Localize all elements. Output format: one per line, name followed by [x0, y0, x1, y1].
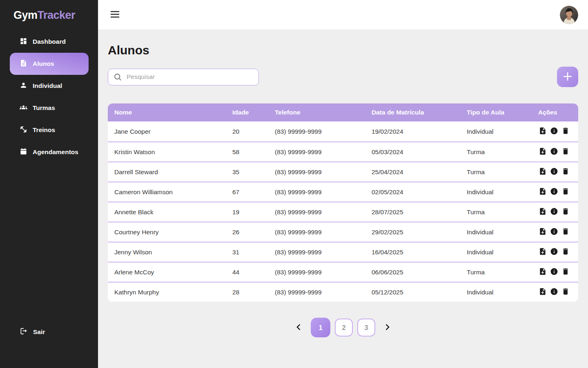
sidebar-item-label: Treinos: [33, 126, 55, 134]
info-button[interactable]: [550, 148, 558, 156]
column-header-telefone: Telefone: [275, 109, 372, 116]
cell-actions: [538, 127, 572, 136]
info-button[interactable]: [550, 268, 558, 276]
sidebar-item-individual[interactable]: Individual: [10, 75, 89, 97]
cell-telefone: (83) 99999-9999: [275, 269, 372, 276]
info-button[interactable]: [550, 248, 558, 256]
delete-button[interactable]: [561, 228, 570, 236]
cell-nome: Courtney Henry: [114, 229, 232, 236]
table-row: Courtney Henry 26 (83) 99999-9999 29/02/…: [108, 222, 578, 242]
info-button[interactable]: [550, 188, 558, 196]
add-document-button[interactable]: [538, 248, 547, 256]
content-area: Alunos Nome Idade Telefone Data de Matrí…: [98, 29, 588, 368]
hamburger-menu-button[interactable]: [109, 9, 120, 20]
page-button-1[interactable]: 1: [311, 318, 330, 337]
info-button[interactable]: [550, 127, 558, 136]
delete-button[interactable]: [561, 288, 570, 296]
dashboard-icon: [20, 37, 27, 47]
cell-data-matricula: 05/03/2024: [372, 148, 467, 156]
cell-actions: [538, 268, 572, 276]
column-header-acoes: Ações: [538, 109, 572, 116]
cell-actions: [538, 228, 572, 236]
cell-tipo-aula: Individual: [467, 229, 538, 236]
sidebar-item-alunos[interactable]: Alunos: [10, 53, 89, 75]
logout-button[interactable]: Sair: [0, 327, 98, 337]
table-row: Jenny Wilson 31 (83) 99999-9999 16/04/20…: [108, 242, 578, 262]
delete-button[interactable]: [561, 188, 570, 196]
delete-icon: [561, 287, 570, 297]
delete-button[interactable]: [561, 127, 570, 136]
topbar: [98, 0, 588, 29]
cell-idade: 28: [232, 289, 275, 296]
cell-idade: 20: [232, 128, 275, 135]
delete-button[interactable]: [561, 148, 570, 156]
add-document-button[interactable]: [538, 168, 547, 176]
info-button[interactable]: [550, 228, 558, 236]
cell-tipo-aula: Individual: [467, 188, 538, 196]
students-table: Nome Idade Telefone Data de Matrícula Ti…: [108, 103, 578, 302]
sidebar-item-label: Dashboard: [33, 38, 66, 45]
cell-data-matricula: 05/12/2025: [372, 289, 467, 296]
cell-actions: [538, 248, 572, 256]
info-icon: [550, 247, 558, 257]
brand-accent: Tracker: [38, 9, 76, 21]
info-icon: [550, 267, 558, 277]
add-student-button[interactable]: [557, 67, 578, 87]
add-document-button[interactable]: [538, 127, 547, 136]
logout-icon: [20, 327, 28, 337]
sidebar-item-treinos[interactable]: Treinos: [10, 119, 89, 141]
add-document-button[interactable]: [538, 288, 547, 296]
delete-button[interactable]: [561, 208, 570, 216]
page-button-2[interactable]: 2: [335, 319, 353, 337]
delete-icon: [561, 127, 570, 136]
chevron-right-icon: [383, 323, 391, 332]
search-box: [108, 69, 259, 85]
delete-icon: [561, 247, 570, 257]
add-document-button[interactable]: [538, 268, 547, 276]
delete-icon: [561, 167, 570, 177]
add-document-icon: [539, 147, 547, 157]
cell-actions: [538, 288, 572, 296]
add-document-button[interactable]: [538, 148, 547, 156]
cell-telefone: (83) 99999-9999: [275, 128, 372, 135]
cell-idade: 19: [232, 209, 275, 216]
add-document-button[interactable]: [538, 188, 547, 196]
info-button[interactable]: [550, 208, 558, 216]
sidebar-item-label: Individual: [33, 82, 62, 90]
cell-tipo-aula: Individual: [467, 128, 538, 135]
cell-nome: Cameron Williamson: [114, 188, 232, 196]
info-button[interactable]: [550, 288, 558, 296]
cell-telefone: (83) 99999-9999: [275, 289, 372, 296]
info-button[interactable]: [550, 168, 558, 176]
sidebar: GymTracker Dashboard Alunos Individual T…: [0, 0, 98, 368]
delete-button[interactable]: [561, 268, 570, 276]
cell-data-matricula: 19/02/2024: [372, 128, 467, 135]
logout-label: Sair: [33, 328, 45, 336]
sidebar-item-agendamentos[interactable]: Agendamentos: [10, 141, 89, 163]
info-icon: [550, 287, 558, 297]
cell-tipo-aula: Turma: [467, 269, 538, 276]
delete-button[interactable]: [561, 248, 570, 256]
delete-button[interactable]: [561, 168, 570, 176]
cell-telefone: (83) 99999-9999: [275, 229, 372, 236]
user-avatar[interactable]: [560, 6, 578, 24]
cell-idade: 58: [232, 148, 275, 156]
cell-idade: 26: [232, 229, 275, 236]
add-document-button[interactable]: [538, 228, 547, 236]
sidebar-item-turmas[interactable]: Turmas: [10, 97, 89, 119]
column-header-nome: Nome: [114, 109, 232, 116]
next-page-button[interactable]: [382, 322, 392, 333]
cell-actions: [538, 148, 572, 156]
info-icon: [550, 207, 558, 217]
page-button-3[interactable]: 3: [357, 319, 375, 337]
search-input[interactable]: [108, 69, 259, 85]
calendar-icon: [20, 148, 27, 157]
delete-icon: [561, 187, 570, 197]
sidebar-item-dashboard[interactable]: Dashboard: [10, 31, 89, 53]
cell-data-matricula: 25/04/2024: [372, 168, 467, 176]
cell-tipo-aula: Turma: [467, 168, 538, 176]
add-document-button[interactable]: [538, 208, 547, 216]
add-document-icon: [539, 127, 547, 136]
table-row: Darrell Steward 35 (83) 99999-9999 25/04…: [108, 162, 578, 182]
previous-page-button[interactable]: [294, 322, 304, 333]
